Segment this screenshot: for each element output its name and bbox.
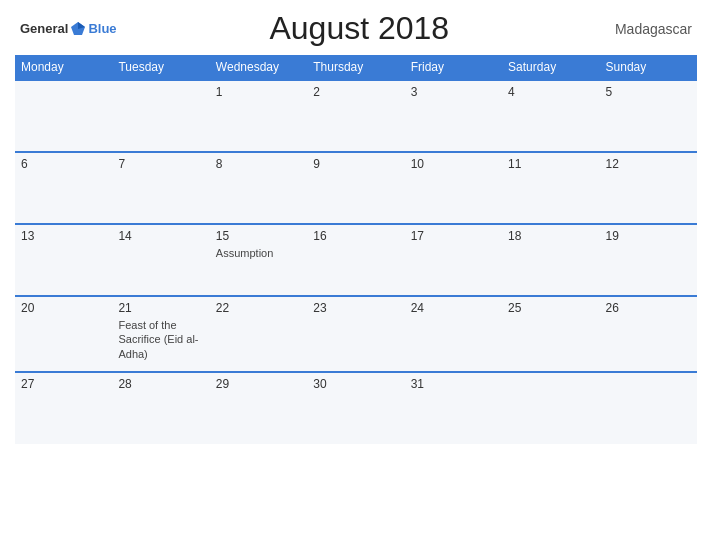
calendar-cell: 26 [600,296,697,372]
day-number: 8 [216,157,301,171]
calendar-cell: 13 [15,224,112,296]
logo-blue: Blue [88,21,116,36]
day-number: 1 [216,85,301,99]
calendar-cell: 5 [600,80,697,152]
weekday-header-friday: Friday [405,55,502,80]
calendar-cell: 30 [307,372,404,444]
calendar-cell: 29 [210,372,307,444]
event-label: Feast of the Sacrifice (Eid al-Adha) [118,318,203,361]
week-row-5: 2728293031 [15,372,697,444]
calendar-cell: 25 [502,296,599,372]
day-number: 7 [118,157,203,171]
day-number: 26 [606,301,691,315]
calendar-cell: 2 [307,80,404,152]
calendar-page: General Blue August 2018 Madagascar Mond… [0,0,712,550]
day-number: 3 [411,85,496,99]
event-label: Assumption [216,246,301,260]
day-number: 17 [411,229,496,243]
calendar-cell [502,372,599,444]
day-number: 6 [21,157,106,171]
calendar-title: August 2018 [117,10,602,47]
calendar-cell: 31 [405,372,502,444]
calendar-cell: 24 [405,296,502,372]
day-number: 29 [216,377,301,391]
weekday-header-wednesday: Wednesday [210,55,307,80]
calendar-cell: 27 [15,372,112,444]
week-row-4: 2021Feast of the Sacrifice (Eid al-Adha)… [15,296,697,372]
calendar-cell: 18 [502,224,599,296]
day-number: 31 [411,377,496,391]
day-number: 2 [313,85,398,99]
calendar-cell: 20 [15,296,112,372]
weekday-header-row: MondayTuesdayWednesdayThursdayFridaySatu… [15,55,697,80]
calendar-cell: 15Assumption [210,224,307,296]
calendar-cell: 7 [112,152,209,224]
day-number: 16 [313,229,398,243]
logo-general: General [20,21,68,36]
calendar-cell: 14 [112,224,209,296]
day-number: 4 [508,85,593,99]
calendar-cell [600,372,697,444]
weekday-header-saturday: Saturday [502,55,599,80]
day-number: 9 [313,157,398,171]
calendar-cell: 10 [405,152,502,224]
calendar-cell: 17 [405,224,502,296]
calendar-cell: 4 [502,80,599,152]
weekday-header-sunday: Sunday [600,55,697,80]
day-number: 22 [216,301,301,315]
day-number: 25 [508,301,593,315]
day-number: 27 [21,377,106,391]
logo-flag-icon [69,20,87,38]
country-name: Madagascar [602,21,692,37]
week-row-1: 12345 [15,80,697,152]
day-number: 12 [606,157,691,171]
week-row-3: 131415Assumption16171819 [15,224,697,296]
week-row-2: 6789101112 [15,152,697,224]
calendar-cell: 16 [307,224,404,296]
calendar-cell: 1 [210,80,307,152]
day-number: 21 [118,301,203,315]
calendar-cell: 9 [307,152,404,224]
calendar-cell: 12 [600,152,697,224]
calendar-cell: 22 [210,296,307,372]
calendar-cell: 3 [405,80,502,152]
day-number: 30 [313,377,398,391]
day-number: 28 [118,377,203,391]
calendar-cell: 21Feast of the Sacrifice (Eid al-Adha) [112,296,209,372]
day-number: 24 [411,301,496,315]
calendar-cell: 8 [210,152,307,224]
calendar-cell: 19 [600,224,697,296]
weekday-header-monday: Monday [15,55,112,80]
weekday-header-thursday: Thursday [307,55,404,80]
day-number: 19 [606,229,691,243]
day-number: 18 [508,229,593,243]
day-number: 11 [508,157,593,171]
day-number: 15 [216,229,301,243]
day-number: 10 [411,157,496,171]
calendar-cell: 11 [502,152,599,224]
logo: General Blue [20,20,117,38]
calendar-cell: 28 [112,372,209,444]
calendar-cell [112,80,209,152]
day-number: 20 [21,301,106,315]
weekday-header-tuesday: Tuesday [112,55,209,80]
calendar-table: MondayTuesdayWednesdayThursdayFridaySatu… [15,55,697,444]
day-number: 13 [21,229,106,243]
calendar-cell [15,80,112,152]
calendar-cell: 6 [15,152,112,224]
day-number: 5 [606,85,691,99]
day-number: 14 [118,229,203,243]
calendar-cell: 23 [307,296,404,372]
day-number: 23 [313,301,398,315]
page-header: General Blue August 2018 Madagascar [15,10,697,47]
